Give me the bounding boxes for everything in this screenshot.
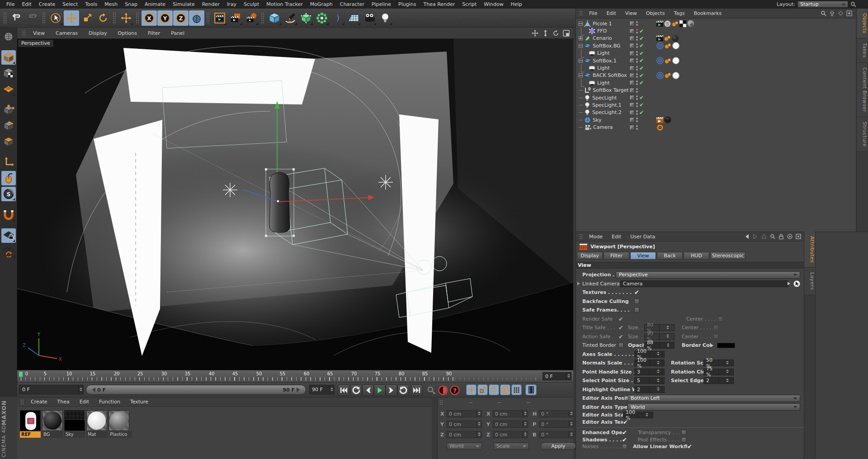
visibility-dots[interactable]: [636, 110, 638, 115]
rotation-scale-field[interactable]: 50 %: [703, 360, 734, 366]
menu-mograph[interactable]: MoGraph: [307, 1, 336, 7]
layer-toggle[interactable]: [629, 125, 635, 130]
planar-workplane-button[interactable]: [1, 244, 16, 259]
filter-icon[interactable]: [838, 10, 844, 16]
frame-range-slider[interactable]: 0 F 90 F: [86, 385, 306, 395]
target-icon[interactable]: [787, 234, 793, 239]
zoom-view-icon[interactable]: [542, 30, 549, 37]
visibility-dots[interactable]: [636, 43, 638, 48]
visibility-dots[interactable]: [636, 118, 638, 122]
visibility-dots[interactable]: [636, 66, 638, 71]
spinner-arrows[interactable]: [569, 411, 574, 417]
point-handle-field[interactable]: 3: [634, 369, 665, 375]
material-name[interactable]: REF: [20, 431, 41, 438]
toolbar-grip[interactable]: [136, 12, 140, 24]
spinner-arrows[interactable]: [569, 421, 574, 427]
rotate-tool-button[interactable]: [95, 10, 111, 26]
polygons-mode-button[interactable]: [1, 134, 16, 149]
toolbar-grip[interactable]: [206, 12, 210, 24]
phong-tag-icon[interactable]: [665, 57, 671, 64]
title-safe-size-field[interactable]: 80 %: [644, 324, 675, 331]
render-safe-center-checkbox[interactable]: [718, 317, 723, 322]
attr-menu-mode[interactable]: Mode: [585, 234, 607, 240]
object-row-softbox-bg[interactable]: SoftBox.BG: [576, 42, 854, 49]
lock-workplane-button[interactable]: [1, 228, 16, 243]
tab-filter[interactable]: Filter: [604, 252, 629, 260]
enabled-check-icon[interactable]: [639, 80, 644, 86]
object-menu-objects[interactable]: Objects: [642, 10, 670, 16]
spinner-arrows[interactable]: [476, 411, 481, 417]
menu-pipeline[interactable]: Pipeline: [368, 1, 395, 7]
rot-h-field[interactable]: 0 °: [539, 410, 574, 417]
viewport-menu-view[interactable]: View: [28, 30, 50, 36]
menu-thea-render[interactable]: Thea Render: [420, 1, 459, 7]
pos-z-field[interactable]: 0 cm: [447, 431, 482, 438]
target-tag-icon[interactable]: [656, 124, 664, 131]
visibility-dots[interactable]: [636, 95, 638, 100]
toolbar-grip[interactable]: [113, 12, 117, 24]
axis-text-checkbox[interactable]: [623, 419, 628, 426]
enabled-check-icon[interactable]: [639, 50, 644, 57]
menu-character[interactable]: Character: [336, 1, 368, 7]
object-row-sky[interactable]: Sky: [576, 116, 854, 123]
toggle-panel-icon[interactable]: [563, 30, 570, 37]
object-row-light[interactable]: Light: [576, 50, 854, 57]
axis-type-dropdown[interactable]: World: [627, 403, 800, 411]
add-layer-icon[interactable]: [846, 10, 852, 16]
attr-menu-edit[interactable]: Edit: [607, 234, 626, 240]
tinted-border-checkbox[interactable]: [618, 343, 623, 348]
rotation-circle-field[interactable]: 75 %: [703, 369, 734, 375]
action-safe-checkbox[interactable]: [618, 333, 623, 340]
material-menu-create[interactable]: Create: [26, 399, 52, 405]
material-menu-function[interactable]: Function: [94, 399, 125, 405]
menu-iray[interactable]: Iray: [223, 1, 240, 7]
collapse-icon[interactable]: [579, 44, 583, 48]
object-row-speclight-1[interactable]: SpecLight.1: [576, 101, 854, 109]
enabled-check-icon[interactable]: [639, 72, 644, 79]
post-effects-checkbox[interactable]: [681, 437, 686, 442]
projection-dropdown[interactable]: Perspective: [616, 271, 800, 279]
lock-z-axis-button[interactable]: Z: [173, 10, 189, 26]
next-key-button[interactable]: [397, 384, 409, 396]
safe-frames-checkbox[interactable]: [634, 308, 639, 312]
enable-axis-button[interactable]: [1, 155, 16, 170]
texture-mode-button[interactable]: [1, 66, 16, 80]
slider-right-arrow-icon[interactable]: [297, 388, 302, 392]
action-safe-center-checkbox[interactable]: [713, 334, 718, 339]
menu-sculpt[interactable]: Sculpt: [240, 1, 263, 7]
play-button[interactable]: [374, 384, 386, 396]
tab-stereoscopic[interactable]: Stereoscopic: [710, 252, 745, 260]
material-tag-icon[interactable]: [664, 116, 671, 123]
current-frame-field[interactable]: 0 F: [19, 385, 84, 394]
object-row-back-softbox[interactable]: BACK SoftBox: [576, 72, 854, 79]
lock-icon[interactable]: [778, 234, 784, 239]
layer-toggle[interactable]: [629, 36, 635, 41]
menu-render[interactable]: Render: [198, 1, 223, 7]
object-menu-bookmarks[interactable]: Bookmarks: [689, 10, 726, 16]
layer-toggle[interactable]: [629, 88, 635, 93]
slider-left-arrow-icon[interactable]: [90, 388, 95, 392]
timeline-ruler[interactable]: 0 5 10 15 20 25 30 35 40 45 50 55 60 65 …: [17, 370, 573, 382]
axis-position-dropdown[interactable]: Bottom Left: [627, 395, 800, 402]
enabled-check-icon[interactable]: [639, 95, 644, 101]
last-tool-button[interactable]: [118, 10, 134, 26]
object-menu-tags[interactable]: Tags: [669, 10, 689, 16]
select-edge-field[interactable]: 2: [703, 377, 734, 384]
edges-mode-button[interactable]: [1, 118, 16, 133]
record-key-button[interactable]: [425, 384, 437, 396]
menu-script[interactable]: Script: [458, 1, 480, 7]
scale-tool-button[interactable]: [80, 10, 95, 26]
tab-takes[interactable]: Takes: [857, 38, 868, 63]
object-row-light[interactable]: Light: [576, 64, 854, 71]
add-field-button[interactable]: [330, 10, 345, 26]
history-forward-icon[interactable]: [753, 234, 758, 239]
material-name[interactable]: BG: [42, 431, 63, 438]
layer-toggle[interactable]: [629, 51, 635, 56]
visibility-dots[interactable]: [636, 51, 638, 56]
highlight-width-field[interactable]: 2: [634, 386, 665, 393]
menu-help[interactable]: Help: [507, 1, 526, 7]
scale-x-field[interactable]: 0 cm: [493, 410, 528, 417]
key-pla-button[interactable]: [511, 384, 522, 395]
current-frame-marker[interactable]: [19, 371, 23, 377]
object-row-light[interactable]: Light: [576, 79, 854, 86]
